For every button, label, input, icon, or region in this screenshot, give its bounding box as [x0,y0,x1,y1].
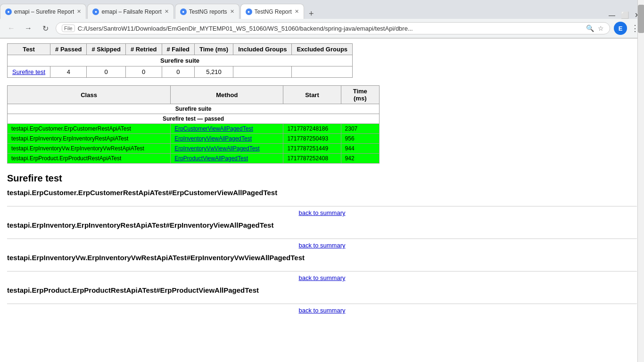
tab-close-4[interactable]: ✕ [295,8,299,15]
tab-close-3[interactable]: ✕ [230,8,234,15]
summary-excluded-groups [292,66,353,78]
detail-start-3: 1717787251449 [283,144,341,154]
detail-time-2: 956 [341,134,379,144]
tab-icon-1: ● [5,8,12,15]
detail-time-3: 944 [341,144,379,154]
detail-row-3: testapi.ErpInventoryVw.ErpInventoryVwRes… [8,144,380,154]
detail-col-start: Start [283,86,341,104]
back-to-summary-4: back to summary [7,304,637,314]
method-title-1: testapi.ErpCustomer.ErpCustomerRestApiAT… [7,189,637,197]
detail-col-time: Time (ms) [341,86,379,104]
method-title-2: testapi.ErpInventory.ErpInventoryRestApi… [7,221,637,229]
minimize-button[interactable]: — [609,11,615,19]
col-skipped: # Skipped [87,44,125,55]
tab-label-2: emapi – Failsafe Report [101,8,161,15]
detail-row-4: testapi.ErpProduct.ErpProductRestApiATes… [8,154,380,164]
back-to-summary-link-3[interactable]: back to summary [299,274,346,281]
url-text: C:/Users/SantroW11/Downloads/EmGenDir_MY… [78,25,583,32]
detail-time-1: 2307 [341,124,379,134]
detail-start-1: 1717787248186 [283,124,341,134]
method-section-1: testapi.ErpCustomer.ErpCustomerRestApiAT… [7,189,637,216]
surefire-test-link[interactable]: Surefire test [12,68,45,75]
summary-suite-row: Surefire suite [8,55,353,66]
back-button[interactable]: ← [5,22,18,35]
summary-data-row: Surefire test 4 0 0 0 5,210 [8,66,353,78]
col-retried: # Retried [125,44,162,55]
tab-icon-3: ● [180,8,187,15]
method-section-4: testapi.ErpProduct.ErpProductRestApiATes… [7,286,637,314]
summary-table-header-row: Test # Passed # Skipped # Retried # Fail… [8,44,353,55]
col-included-groups: Included Groups [233,44,292,55]
tab-close-1[interactable]: ✕ [77,8,81,15]
detail-table-header-row: Class Method Start Time (ms) [8,86,380,104]
summary-suite-label: Surefire suite [8,55,353,66]
detail-method-2: ErpInventoryViewAllPagedTest [171,134,283,144]
detail-method-link-2[interactable]: ErpInventoryViewAllPagedTest [174,135,252,142]
tab-close-2[interactable]: ✕ [165,8,169,15]
detail-method-1: ErpCustomerViewAllPagedTest [171,124,283,134]
detail-time-4: 942 [341,154,379,164]
scrollbar-track[interactable] [637,0,644,362]
col-passed: # Passed [50,44,87,55]
summary-test-name: Surefire test [8,66,50,78]
detail-class-4: testapi.ErpProduct.ErpProductRestApiATes… [8,154,171,164]
profile-button[interactable]: E [614,22,627,35]
summary-skipped: 0 [87,66,125,78]
back-to-summary-link-4[interactable]: back to summary [299,307,346,314]
detail-method-link-4[interactable]: ErpProductViewAllPagedTest [174,155,248,162]
tab-testng-reports[interactable]: ● TestNG reports ✕ [175,4,239,19]
tab-label-1: emapi – Surefire Report [14,8,74,15]
detail-method-4: ErpProductViewAllPagedTest [171,154,283,164]
summary-time: 5,210 [194,66,233,78]
summary-included-groups [233,66,292,78]
detail-method-link-3[interactable]: ErpInventoryVwViewAllPagedTest [174,145,260,152]
tab-icon-4: ● [246,8,252,15]
page-content: Test # Passed # Skipped # Retried # Fail… [0,39,644,362]
tab-bar: ● emapi – Surefire Report ✕ ● emapi – Fa… [0,0,644,19]
tab-label-4: TestNG Report [255,8,292,15]
back-to-summary-2: back to summary [7,239,637,249]
detail-class-2: testapi.ErpInventory.ErpInventoryRestApi… [8,134,171,144]
detail-suite-label: Surefire suite [8,104,380,114]
url-input[interactable]: File C:/Users/SantroW11/Downloads/EmGenD… [56,22,610,34]
summary-table: Test # Passed # Skipped # Retried # Fail… [7,43,353,78]
section-surefire-test: Surefire test testapi.ErpCustomer.ErpCus… [7,173,637,314]
col-test: Test [8,44,50,55]
scrollbar-thumb[interactable] [638,5,644,33]
new-tab-button[interactable]: + [305,9,318,19]
tab-surefire-report[interactable]: ● emapi – Surefire Report ✕ [0,4,86,19]
detail-row-2: testapi.ErpInventory.ErpInventoryRestApi… [8,134,380,144]
col-excluded-groups: Excluded Groups [292,44,353,55]
tab-testng-report-active[interactable]: ● TestNG Report ✕ [240,4,304,19]
detail-method-3: ErpInventoryVwViewAllPagedTest [171,144,283,154]
forward-button[interactable]: → [22,22,35,35]
method-section-2: testapi.ErpInventory.ErpInventoryRestApi… [7,221,637,249]
reload-button[interactable]: ↻ [39,22,52,35]
address-bar: ← → ↻ File C:/Users/SantroW11/Downloads/… [0,19,644,38]
detail-method-link-1[interactable]: ErpCustomerViewAllPagedTest [174,125,253,132]
tab-icon-2: ● [92,8,99,15]
detail-col-class: Class [8,86,171,104]
col-time: Time (ms) [194,44,233,55]
method-title-3: testapi.ErpInventoryVw.ErpInventoryVwRes… [7,254,637,262]
search-icon[interactable]: 🔍 [586,25,594,32]
browser-chrome: ● emapi – Surefire Report ✕ ● emapi – Fa… [0,0,644,39]
bookmark-icon[interactable]: ☆ [598,25,604,32]
summary-retried: 0 [125,66,162,78]
file-badge: File [62,25,75,32]
maximize-button[interactable]: ⬜ [621,11,629,19]
detail-table: Class Method Start Time (ms) Surefire su… [7,85,380,164]
back-to-summary-link-1[interactable]: back to summary [299,209,346,216]
tab-failsafe-report[interactable]: ● emapi – Failsafe Report ✕ [87,4,173,19]
back-to-summary-link-2[interactable]: back to summary [299,242,346,249]
detail-start-4: 1717787252408 [283,154,341,164]
back-to-summary-3: back to summary [7,271,637,281]
tab-label-3: TestNG reports [189,8,227,15]
detail-class-3: testapi.ErpInventoryVw.ErpInventoryVwRes… [8,144,171,154]
detail-test-group-label: Surefire test — passed [8,114,380,124]
method-section-3: testapi.ErpInventoryVw.ErpInventoryVwRes… [7,254,637,281]
summary-passed: 4 [50,66,87,78]
back-to-summary-1: back to summary [7,206,637,216]
url-action-icons: 🔍 ☆ [586,25,604,32]
detail-col-method: Method [171,86,283,104]
